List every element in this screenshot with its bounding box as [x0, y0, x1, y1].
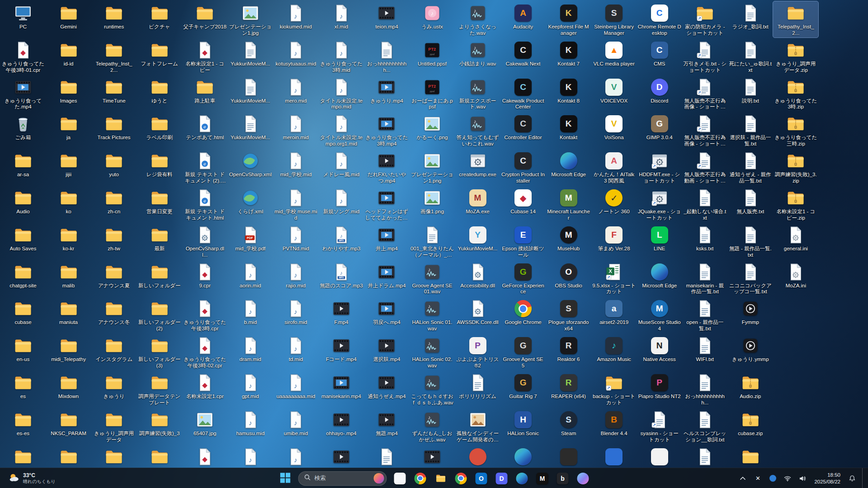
desktop-icon[interactable]: きゅうり食ってた午後3時-02.cpr	[182, 334, 227, 370]
desktop-icon[interactable]: CCMS	[637, 38, 682, 75]
desktop-icon[interactable]: jijii	[46, 149, 91, 185]
taskbar-white-window-app-icon[interactable]	[391, 469, 409, 488]
desktop-icon[interactable]: RREAPER (x64)	[546, 371, 591, 407]
desktop-icon[interactable]: es	[0, 371, 46, 407]
desktop-icon[interactable]: 路上駐車	[182, 75, 227, 112]
desktop-icon[interactable]: ♪メドレー風.mid	[319, 149, 364, 185]
desktop-icon[interactable]: ♪きゅうり食ってた3時.mid	[319, 38, 364, 75]
desktop-icon[interactable]: くらげ.xml	[228, 186, 273, 222]
desktop-icon[interactable]: ♪HALion Sonic 01.wav	[410, 297, 455, 333]
desktop-icon[interactable]: ksks.txt	[682, 223, 727, 259]
desktop-icon[interactable]: 調声用データテンプレート	[137, 371, 182, 407]
desktop-icon[interactable]: Pぷよぷよテトリス®2	[455, 334, 500, 370]
desktop-icon[interactable]: Google Chrome	[500, 297, 546, 333]
weather-widget[interactable]: 33°C 晴れのちくもり	[5, 468, 59, 488]
start-button[interactable]	[276, 469, 294, 488]
desktop-icon[interactable]: ↗家の防犯カメラ - ショートカット	[682, 1, 727, 38]
desktop-icon[interactable]: NNative Access	[637, 334, 682, 370]
desktop-icon[interactable]: SSteinberg Library Manager	[591, 1, 637, 38]
desktop-icon[interactable]	[91, 445, 137, 468]
desktop-icon[interactable]: ヘルスコンプレッション__歌詞.txt	[682, 408, 727, 444]
desktop-icon[interactable]: 画像1.png	[410, 186, 455, 222]
desktop-icon[interactable]: YYukkuriMovieM...	[455, 223, 500, 259]
desktop-icon[interactable]: Telepathy_Inst_2...	[773, 1, 818, 38]
desktop-icon[interactable]: ♪b.mid	[228, 297, 273, 333]
desktop-icon[interactable]: runtimes	[91, 1, 137, 38]
desktop-icon[interactable]: zh-tw	[91, 223, 137, 259]
desktop-icon[interactable]: 名称未設定1 - コピー	[182, 38, 227, 75]
desktop-icon[interactable]: aairset2-2019	[591, 297, 637, 333]
desktop-icon[interactable]: プレゼンテーション1.jpg	[228, 1, 273, 38]
desktop-icon[interactable]: 001_東北きりたん（ノーマル）_今じゃ...	[410, 223, 455, 259]
desktop-icon[interactable]: インスタグラム	[91, 334, 137, 370]
wifi-icon[interactable]	[783, 472, 793, 485]
desktop-icon[interactable]: ↗syasinn - ショートカット	[637, 408, 682, 444]
desktop-icon[interactable]: ar-sa	[0, 149, 46, 185]
desktop-icon[interactable]: ♪mid_学校 muse.mid	[273, 186, 318, 222]
desktop-icon[interactable]: ♪mero.mid	[273, 75, 318, 112]
desktop-icon[interactable]: MMuseHub	[546, 223, 591, 259]
desktop-icon[interactable]: ♪MP3無題のスコア.mp3	[319, 260, 364, 296]
desktop-icon[interactable]: ↗無人販売不正行為画像 - ショートカット	[682, 112, 727, 148]
desktop-icon[interactable]: ▲VLC media player	[591, 38, 637, 75]
desktop-icon[interactable]: ♪dram.mid	[228, 334, 273, 370]
desktop-icon[interactable]: プレゼンテーション1.png	[410, 149, 455, 185]
desktop-icon[interactable]: e新規 テキスト ドキュメント.html	[182, 186, 227, 222]
desktop-icon[interactable]	[319, 445, 364, 468]
desktop-icon[interactable]: ♪aorin.mid	[228, 260, 273, 296]
desktop-icon[interactable]	[137, 445, 182, 468]
desktop-icon[interactable]: きゅうり食ってた.mp4	[0, 75, 46, 112]
desktop-icon[interactable]: きゅうり.ymmp	[728, 334, 773, 370]
desktop-icon[interactable]: GGroove Agent SE 5	[500, 334, 546, 370]
taskbar-file-explorer-icon[interactable]	[432, 469, 450, 488]
desktop-icon[interactable]: アナウンス夏	[91, 260, 137, 296]
desktop-icon[interactable]: ニコニコバックアップコ一覧.txt	[728, 260, 773, 296]
desktop-icon[interactable]: cubase.zip	[728, 408, 773, 444]
desktop-icon[interactable]: DDiscord	[637, 75, 682, 112]
desktop-icon[interactable]: VVoiSona	[591, 112, 637, 148]
show-desktop-button[interactable]	[862, 468, 864, 488]
desktop-icon[interactable]: VVOICEVOX	[591, 75, 637, 112]
desktop-icon[interactable]: かるーく.png	[410, 112, 455, 148]
desktop-icon[interactable]: ごみ箱	[0, 112, 46, 148]
desktop-icon[interactable]: chatgpt-site	[0, 260, 46, 296]
desktop-icon[interactable]: レジ袋有料	[137, 149, 182, 185]
desktop-icon[interactable]: ♪gpt.mid	[228, 371, 273, 407]
desktop-icon[interactable]	[0, 445, 46, 468]
desktop-icon[interactable]: e新規 テキスト ドキュメント (2).html	[182, 149, 227, 185]
desktop-icon[interactable]: ↗無人販売不正行為動画 - ショートカット	[682, 149, 727, 185]
desktop-icon[interactable]: zh-cn	[91, 186, 137, 222]
desktop-icon[interactable]: ♪	[228, 445, 273, 468]
desktop-icon[interactable]: きゅうり食ってた午後3時.cpr	[182, 297, 227, 333]
desktop-icon[interactable]: general.ini	[773, 223, 818, 259]
desktop-icon[interactable]: ピクチャ	[137, 1, 182, 38]
desktop-icon[interactable]: 羽戻へ.mp4	[364, 297, 409, 333]
desktop-icon[interactable]: ゆうと	[137, 75, 182, 112]
desktop-icon[interactable]: Track Pictures	[91, 112, 137, 148]
desktop-icon[interactable]: 孤独なインディーゲーム開発者の一生...	[455, 408, 500, 444]
desktop-icon[interactable]: ラジオ_歌詞.txt	[728, 1, 773, 38]
desktop-icon[interactable]: 無題.mp4	[364, 408, 409, 444]
desktop-icon[interactable]: ↗JQuake.exe - ショートカット	[637, 186, 682, 222]
desktop-icon[interactable]: ko	[46, 186, 91, 222]
desktop-icon[interactable]: 65407.jpg	[182, 408, 227, 444]
desktop-icon[interactable]	[637, 445, 682, 468]
desktop-icon[interactable]: Gemini	[46, 1, 91, 38]
taskbar-discord-icon[interactable]: D	[493, 469, 511, 488]
desktop-icon[interactable]: 死にたい_ゅ歌詞.txt	[728, 38, 773, 75]
taskbar-muse-m-app-icon[interactable]: M	[533, 469, 552, 488]
desktop-icon[interactable]: AAudacity	[500, 1, 546, 38]
desktop-icon[interactable]: アナウンス冬	[91, 297, 137, 333]
desktop-icon[interactable]: ♪mid_学校.mid	[273, 149, 318, 185]
desktop-icon[interactable]: 井上.mp4	[364, 223, 409, 259]
desktop-icon[interactable]: PT2ppsfおーばーまにあ.ppsf	[410, 75, 455, 112]
desktop-icon[interactable]: ♪sirofo.mid	[273, 297, 318, 333]
desktop-icon[interactable]: OpenCvSharp.xml	[228, 149, 273, 185]
desktop-icon[interactable]: 営業日変更	[137, 186, 182, 222]
desktop-icon[interactable]: OpenCvSharp.dll...	[182, 223, 227, 259]
desktop-icon[interactable]: Auto Saves	[0, 223, 46, 259]
desktop-icon[interactable]: Accessibility.dll	[455, 260, 500, 296]
desktop-icon[interactable]: 通知うぜえ - 親作品一覧.txt	[728, 149, 773, 185]
desktop-icon[interactable]: RReaktor 6	[546, 334, 591, 370]
desktop-icon[interactable]: PT2ppsfUntitled.ppsf	[410, 38, 455, 75]
